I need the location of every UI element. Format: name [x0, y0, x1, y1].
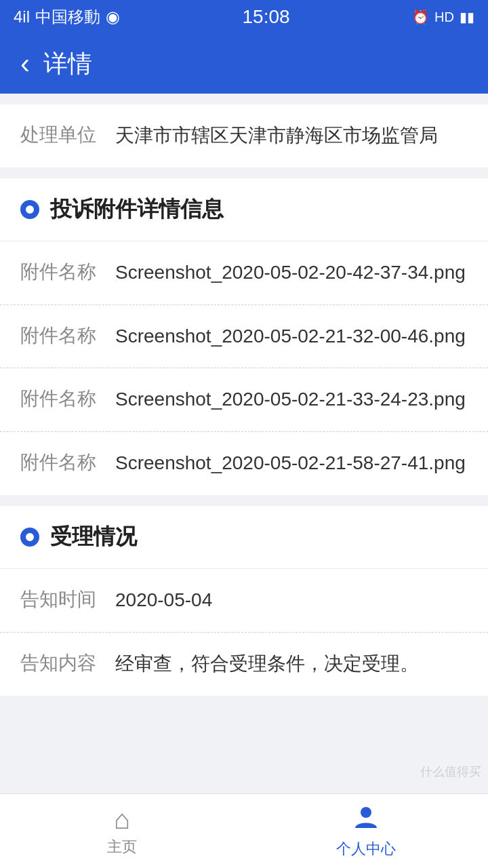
attachment-section-dot — [20, 200, 39, 219]
reception-row-0: 告知时间 2020-05-04 — [0, 569, 488, 633]
reception-section-title: 受理情况 — [50, 522, 137, 552]
status-bar-right: ⏰ HD ▮▮ — [412, 9, 474, 25]
page-title: 详情 — [43, 47, 92, 81]
wifi-icon: ◉ — [106, 7, 120, 26]
tab-profile[interactable]: 个人中心 — [244, 804, 488, 859]
carrier-label: 中国移動 — [35, 6, 100, 28]
attachment-label-3: 附件名称 — [20, 448, 115, 475]
processing-unit-card: 处理单位 天津市市辖区天津市静海区市场监管局 — [0, 104, 488, 167]
reception-value-0: 2020-05-04 — [115, 585, 468, 616]
reception-card: 受理情况 告知时间 2020-05-04 告知内容 经审查，符合受理条件，决定受… — [0, 506, 488, 696]
tab-profile-label: 个人中心 — [336, 839, 396, 859]
processing-unit-row: 处理单位 天津市市辖区天津市静海区市场监管局 — [0, 104, 488, 167]
alarm-icon: ⏰ — [412, 9, 429, 25]
back-button[interactable]: ‹ — [20, 50, 30, 78]
attachment-label-2: 附件名称 — [20, 384, 115, 412]
reception-section-dot — [20, 528, 39, 547]
reception-label-1: 告知内容 — [20, 649, 115, 676]
svg-point-0 — [361, 807, 371, 818]
scroll-content: 处理单位 天津市市辖区天津市静海区市场监管局 投诉附件详情信息 附件名称 Scr… — [0, 94, 488, 868]
attachment-value-1: Screenshot_2020-05-02-21-32-00-46.png — [115, 321, 468, 352]
reception-label-0: 告知时间 — [20, 585, 115, 612]
reception-list: 告知时间 2020-05-04 告知内容 经审查，符合受理条件，决定受理。 — [0, 569, 488, 696]
attachment-row-0: 附件名称 Screenshot_2020-05-02-20-42-37-34.p… — [0, 241, 488, 305]
reception-section-header: 受理情况 — [0, 506, 488, 569]
attachment-value-3: Screenshot_2020-05-02-21-58-27-41.png — [115, 448, 468, 479]
profile-icon — [352, 804, 380, 835]
status-bar-left: 4il 中国移動 ◉ — [14, 6, 120, 28]
tab-bar: ⌂ 主页 个人中心 — [0, 793, 488, 868]
signal-icon: 4il — [14, 7, 30, 26]
reception-value-1: 经审查，符合受理条件，决定受理。 — [115, 649, 468, 679]
battery-icon: ▮▮ — [460, 9, 474, 25]
attachment-value-2: Screenshot_2020-05-02-21-33-24-23.png — [115, 384, 468, 415]
attachment-section-header: 投诉附件详情信息 — [0, 178, 488, 241]
attachment-label-0: 附件名称 — [20, 258, 115, 285]
nav-bar: ‹ 详情 — [0, 34, 488, 94]
attachment-list: 附件名称 Screenshot_2020-05-02-20-42-37-34.p… — [0, 241, 488, 495]
attachment-row-1: 附件名称 Screenshot_2020-05-02-21-32-00-46.p… — [0, 305, 488, 369]
status-bar: 4il 中国移動 ◉ 15:08 ⏰ HD ▮▮ — [0, 0, 488, 34]
home-icon: ⌂ — [114, 806, 130, 833]
attachment-value-0: Screenshot_2020-05-02-20-42-37-34.png — [115, 258, 468, 288]
attachment-section-title: 投诉附件详情信息 — [50, 195, 224, 224]
attachment-row-3: 附件名称 Screenshot_2020-05-02-21-58-27-41.p… — [0, 432, 488, 495]
attachment-card: 投诉附件详情信息 附件名称 Screenshot_2020-05-02-20-4… — [0, 178, 488, 495]
processing-unit-value: 天津市市辖区天津市静海区市场监管局 — [115, 121, 468, 151]
status-time: 15:08 — [243, 6, 290, 28]
reception-row-1: 告知内容 经审查，符合受理条件，决定受理。 — [0, 633, 488, 696]
hd-label: HD — [434, 9, 454, 25]
attachment-row-2: 附件名称 Screenshot_2020-05-02-21-33-24-23.p… — [0, 368, 488, 432]
processing-unit-label: 处理单位 — [20, 121, 115, 148]
tab-home-label: 主页 — [107, 837, 137, 857]
tab-home[interactable]: ⌂ 主页 — [0, 806, 244, 857]
attachment-label-1: 附件名称 — [20, 321, 115, 349]
